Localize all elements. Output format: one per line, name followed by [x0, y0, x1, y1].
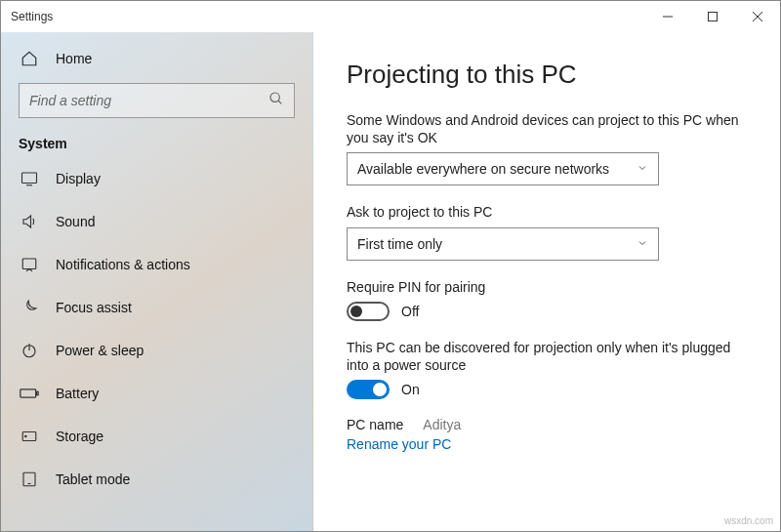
- svg-rect-1: [709, 13, 718, 21]
- page-title: Projecting to this PC: [347, 60, 747, 90]
- svg-rect-6: [22, 173, 37, 184]
- sidebar: Home System Display Sound: [1, 32, 313, 531]
- search-icon: [268, 91, 284, 110]
- home-icon: [19, 48, 40, 69]
- search-input[interactable]: [29, 93, 268, 108]
- sidebar-item-sound[interactable]: Sound: [1, 200, 312, 243]
- pcname-label: PC name: [347, 417, 403, 432]
- svg-point-14: [25, 435, 27, 437]
- power-icon: [19, 340, 40, 361]
- section-power-label: This PC can be discovered for projection…: [347, 339, 747, 374]
- close-button[interactable]: [735, 1, 780, 32]
- sidebar-item-battery[interactable]: Battery: [1, 372, 312, 415]
- notifications-icon: [19, 254, 40, 275]
- sidebar-item-label: Display: [56, 171, 101, 186]
- sidebar-item-label: Tablet mode: [56, 471, 130, 487]
- storage-icon: [19, 426, 40, 447]
- pcname-value: Aditya: [423, 417, 461, 432]
- svg-rect-12: [37, 391, 39, 394]
- watermark: wsxdn.com: [724, 515, 773, 526]
- dropdown-ask[interactable]: First time only: [347, 227, 659, 261]
- moon-icon: [19, 297, 40, 318]
- sidebar-item-display[interactable]: Display: [1, 157, 312, 200]
- toggle-require-pin[interactable]: [347, 302, 390, 321]
- chevron-down-icon: [637, 161, 648, 177]
- display-icon: [19, 168, 40, 189]
- minimize-button[interactable]: [645, 1, 690, 32]
- toggle-power-discovery-state: On: [401, 382, 420, 397]
- category-header: System: [1, 130, 312, 157]
- dropdown-availability-value: Available everywhere on secure networks: [357, 161, 609, 177]
- svg-rect-11: [21, 389, 36, 397]
- window-controls: [645, 1, 780, 32]
- section-available-label: Some Windows and Android devices can pro…: [347, 111, 747, 146]
- section-pin-label: Require PIN for pairing: [347, 278, 747, 296]
- svg-point-4: [270, 93, 279, 102]
- sidebar-item-notifications[interactable]: Notifications & actions: [1, 243, 312, 286]
- svg-rect-8: [22, 259, 36, 269]
- sidebar-item-label: Focus assist: [56, 300, 132, 315]
- sound-icon: [19, 211, 40, 232]
- rename-pc-link[interactable]: Rename your PC: [347, 436, 451, 452]
- sidebar-item-focus-assist[interactable]: Focus assist: [1, 286, 312, 329]
- sidebar-item-label: Notifications & actions: [56, 257, 190, 272]
- dropdown-ask-value: First time only: [357, 236, 442, 252]
- toggle-power-discovery[interactable]: [347, 380, 390, 399]
- svg-line-5: [278, 101, 281, 103]
- chevron-down-icon: [637, 236, 648, 252]
- main-panel: Projecting to this PC Some Windows and A…: [313, 32, 780, 531]
- window-title: Settings: [1, 10, 53, 23]
- toggle-require-pin-state: Off: [401, 304, 419, 319]
- dropdown-availability[interactable]: Available everywhere on secure networks: [347, 152, 659, 185]
- sidebar-item-power-sleep[interactable]: Power & sleep: [1, 329, 312, 372]
- titlebar: Settings: [1, 1, 780, 32]
- sidebar-item-label: Power & sleep: [56, 343, 144, 358]
- sidebar-item-label: Sound: [56, 214, 95, 229]
- battery-icon: [19, 383, 40, 404]
- nav-home[interactable]: Home: [1, 38, 312, 79]
- nav-home-label: Home: [56, 51, 92, 66]
- maximize-button[interactable]: [690, 1, 735, 32]
- tablet-icon: [19, 469, 40, 490]
- search-box[interactable]: [19, 83, 295, 118]
- sidebar-item-storage[interactable]: Storage: [1, 415, 312, 458]
- sidebar-item-label: Storage: [56, 429, 103, 444]
- sidebar-item-label: Battery: [56, 386, 99, 401]
- sidebar-item-tablet-mode[interactable]: Tablet mode: [1, 458, 312, 501]
- section-ask-label: Ask to project to this PC: [347, 203, 747, 221]
